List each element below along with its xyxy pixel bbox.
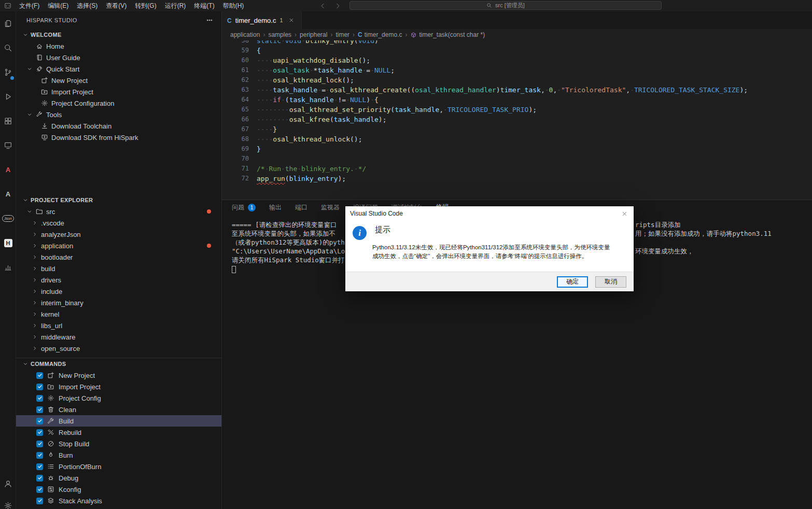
checkbox-checked[interactable]	[36, 429, 43, 436]
explorer-item-middleware[interactable]: middleware	[16, 331, 221, 343]
code-line-59: 59{	[222, 46, 812, 55]
terminal-cursor	[232, 266, 236, 273]
explorer-item-kernel[interactable]: kernel	[16, 308, 221, 320]
code-line-63: 63····task_handle·=·osal_kthread_create(…	[222, 85, 812, 95]
tab-timer-demo-c[interactable]: C timer_demo.c 1	[222, 11, 302, 29]
checkbox-checked[interactable]	[36, 498, 43, 504]
search-icon	[486, 3, 492, 8]
checkbox-checked[interactable]	[36, 475, 43, 482]
command-item-portionofburn[interactable]: PortionOfBurn	[16, 461, 221, 472]
sidebar-item-import-project[interactable]: Import Project	[16, 86, 221, 97]
sidebar-item-project-configuration[interactable]: Project Configuration	[16, 97, 221, 109]
account-activity-icon[interactable]	[0, 473, 16, 494]
section-commands[interactable]: COMMANDS	[16, 358, 221, 370]
checkbox-checked[interactable]	[36, 418, 43, 425]
code-line-66: 66········osal_kfree(task_handle);	[222, 115, 812, 124]
section-project-explorer[interactable]: PROJECT EXPLORER	[16, 194, 221, 206]
breadcrumb-timer-demo-c[interactable]: Ctimer_demo.c	[358, 31, 402, 38]
menu-item-0[interactable]: 文件(F)	[15, 0, 44, 11]
sidebar-item-quick-start[interactable]: Quick Start	[16, 63, 221, 75]
command-item-partial[interactable]	[16, 506, 221, 509]
close-icon[interactable]	[287, 16, 296, 25]
back-arrow-button[interactable]	[319, 3, 326, 9]
command-item-kconfig[interactable]: Kconfig	[16, 484, 221, 495]
forward-arrow-button[interactable]	[334, 3, 341, 9]
extensions-activity-icon[interactable]	[0, 109, 16, 133]
breadcrumb-peripheral[interactable]: peripheral	[300, 31, 327, 38]
command-item-project-config[interactable]: Project Config	[16, 392, 221, 404]
panel-tab-1[interactable]: 输出	[269, 200, 282, 215]
settings-activity-icon[interactable]	[0, 494, 16, 509]
menu-item-4[interactable]: 转到(G)	[131, 0, 160, 11]
analysis-activity-icon[interactable]	[0, 255, 16, 279]
checkbox-checked[interactable]	[36, 372, 43, 379]
panel-tab-0[interactable]: 问题1	[232, 200, 256, 215]
run-debug-activity-icon[interactable]	[0, 84, 16, 109]
command-center-search[interactable]: src [管理员]	[349, 1, 662, 10]
sidebar-item-download-sdk-from-hispark[interactable]: Download SDK from HiSpark	[16, 132, 221, 143]
sidebar-item-download-toolchain[interactable]: Download Toolchain	[16, 120, 221, 132]
command-item-debug[interactable]: Debug	[16, 472, 221, 484]
menu-item-6[interactable]: 终端(T)	[190, 0, 218, 11]
command-item-rebuild[interactable]: Rebuild	[16, 427, 221, 438]
explorer-item-bootloader[interactable]: bootloader	[16, 251, 221, 263]
source-control-activity-icon[interactable]	[0, 60, 16, 84]
command-item-import-project[interactable]: Import Project	[16, 381, 221, 392]
menu-item-7[interactable]: 帮助(H)	[219, 0, 248, 11]
checkbox-checked[interactable]	[36, 441, 43, 447]
command-item-build[interactable]: Build	[16, 415, 221, 427]
explorer-item-src[interactable]: src	[16, 206, 221, 217]
code-line-65: 65········osal_kthread_set_priority(task…	[222, 105, 812, 115]
explorer-item-include[interactable]: include	[16, 286, 221, 297]
section-welcome[interactable]: WELCOME	[16, 29, 221, 40]
breadcrumb-timer[interactable]: timer	[335, 31, 349, 38]
hispark-tool-activity-icon[interactable]: H	[0, 231, 16, 255]
command-item-burn[interactable]: Burn	[16, 449, 221, 461]
menu-item-2[interactable]: 选择(S)	[73, 0, 102, 11]
json-tool-activity-icon[interactable]: Json	[0, 206, 16, 231]
explorer-item-interim-binary[interactable]: interim_binary	[16, 297, 221, 308]
checkbox-checked[interactable]	[36, 463, 43, 470]
breadcrumb-samples[interactable]: samples	[268, 31, 291, 38]
checkbox-checked[interactable]	[36, 395, 43, 402]
code-editor[interactable]: 58static·void·blinky_entry(void)59{60···…	[222, 40, 812, 200]
explorer-item-build[interactable]: build	[16, 263, 221, 274]
sidebar-item-new-project[interactable]: New Project	[16, 75, 221, 86]
ok-button[interactable]: 确定	[557, 276, 588, 288]
breadcrumb-application[interactable]: application	[230, 31, 260, 38]
command-item-new-project[interactable]: New Project	[16, 370, 221, 381]
explorer-item-application[interactable]: application	[16, 240, 221, 251]
sidebar-item-tools[interactable]: Tools	[16, 109, 221, 120]
explorer-item-drivers[interactable]: drivers	[16, 274, 221, 286]
command-item-clean[interactable]: Clean	[16, 404, 221, 415]
sidebar-item-user-guide[interactable]: User Guide	[16, 52, 221, 63]
command-item-stop-build[interactable]: Stop Build	[16, 438, 221, 449]
breadcrumb: application›samples›peripheral›timer›Cti…	[222, 29, 812, 40]
panel-tab-3[interactable]: 监视器	[321, 200, 340, 215]
checkbox-checked[interactable]	[36, 384, 43, 390]
explorer-item-libs-url[interactable]: libs_url	[16, 320, 221, 331]
panel-tab-2[interactable]: 端口	[295, 200, 307, 215]
breadcrumb-separator: ›	[405, 31, 407, 38]
explorer-item-analyzerjson[interactable]: analyzerJson	[16, 229, 221, 240]
checkbox-checked[interactable]	[36, 486, 43, 493]
remote-device-activity-icon[interactable]	[0, 133, 16, 158]
problems-count-badge: 1	[248, 204, 256, 211]
explorer-item-vscode[interactable]: .vscode	[16, 217, 221, 229]
tool-a-activity-icon[interactable]: A	[0, 182, 16, 206]
search-activity-icon[interactable]	[0, 36, 16, 60]
menu-item-1[interactable]: 编辑(E)	[44, 0, 73, 11]
command-item-stack-analysis[interactable]: Stack Analysis	[16, 495, 221, 506]
explorer-item-open-source[interactable]: open_source	[16, 343, 221, 354]
close-icon[interactable]	[618, 208, 631, 219]
menu-item-5[interactable]: 运行(R)	[161, 0, 190, 11]
sidebar-item-home[interactable]: Home	[16, 40, 221, 52]
tool-a-red-activity-icon[interactable]: A	[0, 158, 16, 182]
breadcrumb-timer-task-const-char[interactable]: timer_task(const char *)	[410, 31, 485, 38]
menu-item-3[interactable]: 查看(V)	[102, 0, 131, 11]
checkbox-checked[interactable]	[36, 452, 43, 459]
checkbox-checked[interactable]	[36, 406, 43, 413]
explorer-activity-icon[interactable]	[0, 11, 16, 36]
cancel-button[interactable]: 取消	[595, 276, 626, 288]
more-actions-icon[interactable]	[206, 17, 213, 24]
